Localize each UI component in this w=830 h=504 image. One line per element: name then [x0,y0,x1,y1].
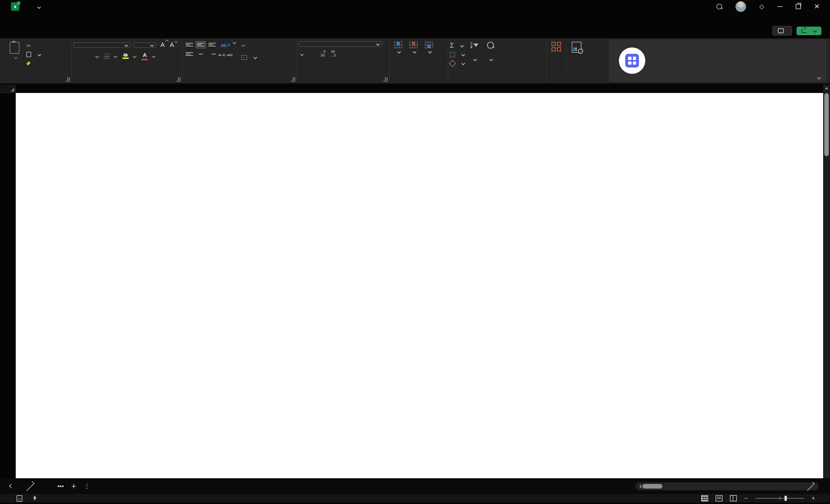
insert-cells-button[interactable] [391,41,405,54]
ribbon-group-number: ←.0.00 .00→.0 [297,38,389,84]
decrease-indent-button[interactable]: ⇤≡ [219,52,225,58]
zoom-slider[interactable] [755,498,804,499]
addins-button[interactable] [549,41,564,73]
share-button[interactable] [797,27,822,35]
horizontal-scroll-thumb[interactable] [642,484,662,489]
delete-cells-icon [410,42,418,48]
font-color-button[interactable]: A [141,52,148,60]
wrap-text-icon: ↩ [242,43,246,49]
alignment-dialog-launcher[interactable] [291,77,295,82]
normal-view-button[interactable] [701,495,708,501]
collapse-ribbon-chevron-icon[interactable] [817,76,821,80]
bottom-align-button[interactable] [207,41,217,48]
middle-align-button[interactable] [196,41,206,48]
sheet-options-menu[interactable]: ⋮ [84,482,90,490]
scroll-up-icon[interactable] [825,87,828,89]
comments-button[interactable] [772,26,792,35]
cells-area[interactable] [16,93,823,478]
number-dialog-launcher[interactable] [383,77,387,82]
magnifier-icon [487,42,494,49]
font-size-select[interactable] [134,42,156,48]
page-layout-view-button[interactable] [715,495,723,501]
minimize-button[interactable] [777,6,783,7]
fill-color-button[interactable] [122,54,129,59]
vertical-scroll-thumb[interactable] [824,93,829,156]
zoom-out-button[interactable]: − [744,495,748,502]
fill-down-icon: ↓ [450,52,455,57]
document-title[interactable] [28,3,40,10]
borders-button[interactable] [104,54,109,59]
more-sheets-button[interactable]: ••• [57,482,64,490]
sigma-icon: Σ [450,42,454,50]
prev-sheet-button[interactable] [9,484,14,489]
wrap-text-button[interactable]: ↩ [242,41,257,50]
addins-icon [551,42,561,52]
copy-button[interactable] [26,50,41,59]
currency-format-button[interactable] [299,50,303,57]
zoom-in-button[interactable]: + [811,495,815,502]
select-all-button[interactable] [0,85,16,93]
horizontal-scrollbar[interactable] [636,482,819,490]
align-right-button[interactable] [207,51,217,58]
increase-font-size-button[interactable]: A [159,41,166,49]
align-center-button[interactable] [196,51,206,58]
scroll-right-icon[interactable] [806,482,815,491]
menu-bar [0,13,830,38]
close-button[interactable]: ✕ [814,3,820,10]
page-break-view-button[interactable] [730,495,737,501]
clipboard-dialog-launcher[interactable] [65,77,70,82]
copy-icon [26,52,31,57]
increase-decimal-button[interactable]: ←.0.00 [319,50,325,57]
ribbon: ✂ A A [0,38,830,84]
status-bar: 🛉 − + [0,494,830,503]
search-icon[interactable] [716,4,722,9]
excel-window: x ◇ ✕ [0,0,830,504]
decrease-decimal-button[interactable]: .00→.0 [329,50,336,57]
fill-color-icon [123,54,128,57]
orientation-button[interactable]: ab↗ [221,42,230,48]
clear-button[interactable] [450,59,465,68]
number-format-select[interactable] [299,41,382,46]
format-cells-icon [425,42,433,48]
eraser-icon [449,60,456,67]
zoom-slider-thumb[interactable] [785,496,787,501]
align-left-button[interactable] [184,51,194,58]
premium-gem-icon[interactable]: ◇ [759,3,764,10]
ribbon-group-addins [547,38,609,84]
excel-app-icon[interactable]: x [11,2,20,11]
record-macro-icon[interactable] [17,495,22,502]
font-name-select[interactable] [73,42,131,48]
delete-cells-button[interactable] [407,41,420,54]
top-align-button[interactable] [184,41,194,48]
new-sheet-button[interactable]: + [71,481,76,491]
comment-icon [778,28,784,33]
share-icon [802,29,806,33]
autosum-button[interactable]: Σ [450,41,465,50]
next-sheet-button[interactable] [25,481,35,491]
finmodelslab-logo-icon [619,48,645,74]
vertical-scrollbar[interactable] [823,85,830,478]
insert-cells-icon [394,42,402,48]
ribbon-group-font: A A A [72,38,182,84]
format-cells-button[interactable] [422,41,436,54]
paste-button[interactable] [7,41,22,68]
sort-filter-button[interactable]: AZ [467,41,481,68]
restore-button[interactable] [796,4,801,9]
title-dropdown-chevron-icon[interactable] [37,5,41,9]
ribbon-group-alignment: ab↗ ⇤≡ ⇥≡ ↩ [183,38,297,84]
analyze-data-button[interactable] [569,41,584,73]
ribbon-group-cells [389,38,448,84]
cut-button[interactable]: ✂ [26,41,41,50]
font-dialog-launcher[interactable] [176,77,181,82]
sheet-tab-bar: ••• + ⋮ [0,478,830,494]
fill-button[interactable]: ↓ [450,50,465,59]
account-avatar[interactable] [735,1,746,12]
increase-indent-button[interactable]: ⇥≡ [226,52,233,58]
spreadsheet-grid [0,85,830,478]
format-painter-button[interactable] [26,59,41,68]
decrease-font-size-button[interactable]: A [169,41,175,49]
find-select-button[interactable] [484,41,497,68]
clipboard-icon [10,42,20,54]
merge-center-button[interactable] [242,53,257,62]
ribbon-group-clipboard: ✂ [5,38,71,84]
